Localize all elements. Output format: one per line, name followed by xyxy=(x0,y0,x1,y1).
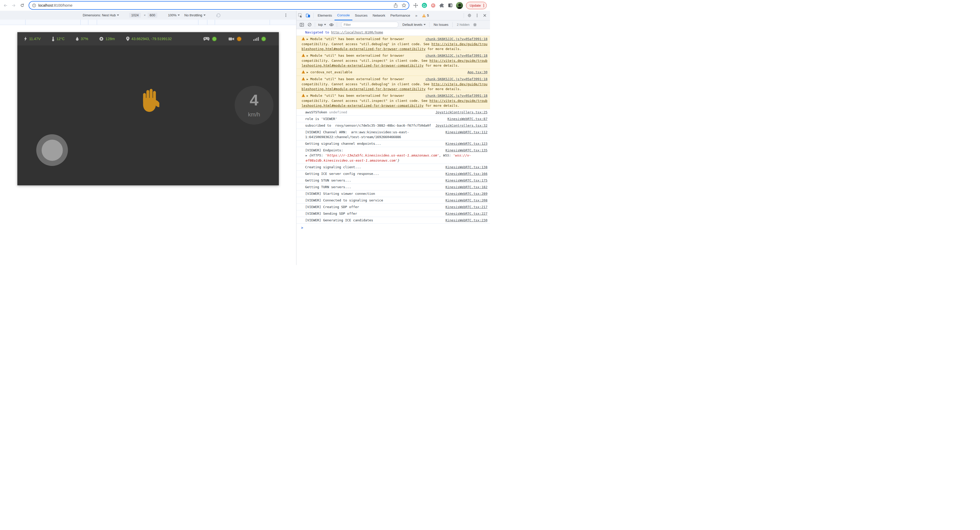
browser-menu-kebab-icon[interactable] xyxy=(484,5,484,6)
device-toolbar-kebab[interactable] xyxy=(285,11,286,20)
toggle-device-toolbar-button[interactable] xyxy=(304,12,312,19)
expand-arrow-icon[interactable]: ▶ xyxy=(307,94,308,98)
source-location-link[interactable]: KinesisWebRTC.tsx:112 xyxy=(445,130,487,135)
warning-count-badge[interactable]: 5 xyxy=(422,14,429,18)
console-row-log: JoystickControllers.tsx:25awsSTSToken un… xyxy=(296,109,490,116)
reload-button[interactable] xyxy=(18,2,26,9)
more-tabs-button[interactable]: » xyxy=(413,11,420,21)
viewport-width-field[interactable]: 1024 xyxy=(129,11,141,20)
signal-status xyxy=(253,37,266,41)
clear-console-button[interactable] xyxy=(305,21,313,29)
signal-bars-icon xyxy=(253,37,259,41)
grammarly-extension-icon[interactable] xyxy=(422,3,427,8)
console-message-text: KinesisWebRTC.tsx:227[VIEWER] Sending SD… xyxy=(305,211,487,216)
sidebar-extension-icon[interactable] xyxy=(448,3,452,7)
console-text: Module "util" has been externalized for … xyxy=(302,37,431,46)
console-message-text: KinesisWebRTC.tsx:175Getting STUN server… xyxy=(305,178,487,183)
log-levels-select[interactable]: Default levels xyxy=(400,23,428,27)
gear-icon xyxy=(473,23,477,27)
warning-icon xyxy=(302,77,305,80)
console-text: for more details. xyxy=(423,103,459,107)
console-message-text: KinesisWebRTC.tsx:112[VIEWER] Channel AR… xyxy=(305,130,487,139)
share-icon[interactable] xyxy=(394,3,398,8)
source-location-link[interactable]: KinesisWebRTC.tsx:87 xyxy=(447,116,487,121)
source-location-link[interactable]: KinesisWebRTC.tsx:182 xyxy=(445,185,487,189)
bookmark-star-icon[interactable] xyxy=(402,3,406,8)
throttling-select[interactable]: No throttling xyxy=(185,11,205,20)
source-location-link[interactable]: KinesisWebRTC.tsx:217 xyxy=(445,204,487,209)
device-type-select[interactable]: Dimensions: Nest Hub xyxy=(83,11,119,20)
source-location-link[interactable]: KinesisWebRTC.tsx:227 xyxy=(445,211,487,216)
tab-sources[interactable]: Sources xyxy=(352,11,370,21)
source-location-link[interactable]: JoystickControllers.tsx:25 xyxy=(436,110,488,115)
source-location-link[interactable]: chunk-SK6KSJJC.js?v=05af3991:18 xyxy=(425,37,487,41)
source-location-link[interactable]: KinesisWebRTC.tsx:208 xyxy=(445,198,487,203)
tab-network[interactable]: Network xyxy=(370,11,388,21)
address-bar[interactable]: localhost:8100/home xyxy=(29,1,409,10)
source-location-link[interactable]: KinesisWebRTC.tsx:166 xyxy=(445,171,487,176)
issues-counter[interactable]: No Issues xyxy=(431,23,451,27)
expand-arrow-icon[interactable]: ▶ xyxy=(307,53,308,58)
source-location-link[interactable]: KinesisWebRTC.tsx:135 xyxy=(445,148,487,153)
source-location-link[interactable]: chunk-SK6KSJJC.js?v=05af3991:18 xyxy=(425,93,487,98)
console-text: Getting STUN servers... xyxy=(305,178,351,182)
tab-performance[interactable]: Performance xyxy=(388,11,413,21)
source-location-link[interactable]: KinesisWebRTC.tsx:175 xyxy=(445,178,487,183)
source-location-link[interactable]: App.tsx:30 xyxy=(468,70,487,75)
console-text: Creating signaling client... xyxy=(305,165,361,169)
devtools-panel: Elements Console Sources Network Perform… xyxy=(296,11,490,265)
viewport-height-field[interactable]: 600 xyxy=(148,11,157,20)
expand-arrow-icon[interactable]: ▶ xyxy=(307,70,308,75)
console-settings-button[interactable] xyxy=(471,21,479,29)
tab-elements[interactable]: Elements xyxy=(315,11,334,21)
joystick-base[interactable] xyxy=(36,134,68,166)
javascript-context-select[interactable]: top xyxy=(317,23,328,27)
source-location-link[interactable]: chunk-SK6KSJJC.js?v=05af3991:18 xyxy=(425,53,487,58)
expand-arrow-icon[interactable]: ▶ xyxy=(305,153,307,158)
source-location-link[interactable]: KinesisWebRTC.tsx:123 xyxy=(445,141,487,146)
profile-avatar[interactable] xyxy=(456,2,463,9)
devtools-kebab-menu[interactable] xyxy=(473,12,481,19)
source-location-link[interactable]: JoystickControllers.tsx:32 xyxy=(436,123,488,128)
chrome-update-button[interactable]: Update xyxy=(466,2,487,9)
source-location-link[interactable]: chunk-SK6KSJJC.js?v=05af3991:18 xyxy=(425,76,487,81)
forward-button[interactable] xyxy=(10,2,18,9)
caret-down-icon xyxy=(204,14,205,16)
console-prompt[interactable]: > xyxy=(301,226,303,230)
rotate-device-button[interactable] xyxy=(216,11,221,20)
tab-console[interactable]: Console xyxy=(334,11,352,21)
expand-arrow-icon[interactable]: ▶ xyxy=(307,37,308,41)
console-text: Navigated to xyxy=(305,30,331,34)
joystick-knob[interactable] xyxy=(41,140,63,161)
kebab-menu-icon xyxy=(285,15,286,16)
site-info-icon[interactable] xyxy=(32,3,36,7)
console-filter-input[interactable] xyxy=(341,22,398,27)
expand-arrow-icon[interactable]: ▶ xyxy=(307,77,308,82)
stop-hand-icon xyxy=(143,89,159,112)
console-row-log: KinesisWebRTC.tsx:166Getting ICE server … xyxy=(296,170,490,177)
source-location-link[interactable]: KinesisWebRTC.tsx:289 xyxy=(445,191,487,196)
console-message-text: KinesisWebRTC.tsx:208[VIEWER] Connected … xyxy=(305,198,487,203)
source-location-link[interactable]: KinesisWebRTC.tsx:138 xyxy=(445,165,487,170)
back-button[interactable] xyxy=(2,2,9,9)
extensions-strip xyxy=(414,3,452,8)
devtools-settings-button[interactable] xyxy=(466,12,473,19)
altitude-icon xyxy=(99,37,103,41)
zoom-select[interactable]: 100% xyxy=(168,11,180,20)
console-text: [VIEWER] Connected to signaling service xyxy=(305,198,383,202)
move-tool-extension-icon[interactable] xyxy=(414,3,418,8)
extensions-puzzle-icon[interactable] xyxy=(439,3,444,8)
console-link[interactable]: http://localhost:8100/home xyxy=(331,30,383,34)
dimensions-times-label: × xyxy=(144,11,146,20)
console-sidebar-toggle[interactable] xyxy=(298,21,305,29)
inspect-element-button[interactable] xyxy=(296,12,304,19)
media-query-ruler[interactable] xyxy=(0,20,296,25)
divider xyxy=(337,22,337,27)
hidden-messages-count[interactable]: 2 hidden xyxy=(454,23,471,27)
source-location-link[interactable]: KinesisWebRTC.tsx:230 xyxy=(445,218,487,223)
camera-status-dot xyxy=(237,37,242,41)
console-text: [VIEWER] Starting viewer connection xyxy=(305,192,375,196)
create-live-expression-button[interactable] xyxy=(328,21,335,29)
devtools-close-button[interactable] xyxy=(481,12,488,19)
donut-extension-icon[interactable] xyxy=(431,3,436,8)
